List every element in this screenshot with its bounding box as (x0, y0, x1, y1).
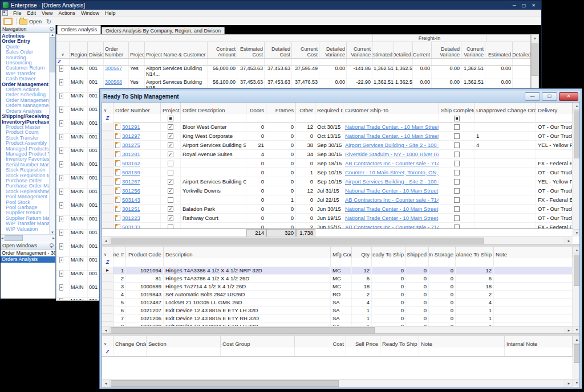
filter-cell-gutter[interactable]: Z (102, 114, 113, 122)
filter-cell-region[interactable] (70, 59, 88, 65)
project-checkbox[interactable] (168, 179, 173, 185)
expand-row-icon[interactable]: + (59, 134, 63, 140)
sidebar-item-pool-garbage[interactable]: Pool Garbage (1, 205, 49, 210)
column-header-ready-to-ship[interactable]: Ready To Ship (380, 336, 419, 348)
column-header-in-storage[interactable]: In Storage (429, 247, 456, 258)
project-checkbox[interactable] (168, 197, 173, 203)
ship-complete-checkbox[interactable] (454, 188, 460, 194)
dropdown-icon[interactable]: ∨ (104, 252, 107, 258)
order-number-link[interactable]: 301251 (122, 205, 140, 213)
navigation-vertical-scrollbar[interactable]: ▲ ▼ (49, 33, 55, 234)
sidebar-item-wip-valuation[interactable]: WIP Valuation (1, 227, 49, 232)
open-folder-icon[interactable] (19, 19, 27, 24)
column-header-current-variance[interactable]: Current Variance (347, 42, 372, 58)
menu-item-edit[interactable]: Edit (25, 10, 39, 16)
column-header-order-number[interactable]: Order Number (104, 42, 129, 58)
scroll-right-icon[interactable]: ► (565, 238, 573, 244)
filter-icon[interactable]: Z (106, 116, 110, 121)
expand-row-icon[interactable]: + (59, 66, 63, 72)
filter-icon[interactable]: Z (106, 349, 110, 354)
order-number-link[interactable]: 301291 (122, 123, 140, 131)
column-header-ship-complete[interactable]: Ship Complete (439, 103, 474, 114)
filter-cell-in-storage[interactable] (429, 258, 456, 267)
filter-cell-gutter[interactable]: Z (102, 348, 113, 356)
column-header-division[interactable]: Division (88, 42, 104, 58)
sidebar-item-stock-requisition[interactable]: Stock Requisition (1, 168, 49, 173)
column-header-fi-estimated[interactable]: Estimated (372, 42, 394, 58)
column-header-ready-to-ship[interactable]: Ready To Ship (372, 247, 406, 258)
order-number-link[interactable]: 300567 (105, 66, 122, 71)
menu-item-help[interactable]: Help (102, 10, 119, 16)
filter-cell-current-cost[interactable] (292, 59, 319, 65)
filter-cell-fi-detailed[interactable] (394, 59, 413, 65)
project-checkbox[interactable] (168, 142, 173, 148)
order-number-link[interactable]: 301256 (122, 187, 140, 195)
column-header-estimated-cost[interactable]: Estimated Cost (237, 42, 265, 58)
dropdown-icon[interactable]: ∨ (104, 341, 107, 347)
select-all-checkbox[interactable] (168, 116, 173, 121)
customer-ship-to-link[interactable]: National Trade Center - 10 Main Street,.… (345, 214, 439, 222)
rts-lines-horizontal-scrollbar[interactable]: ◄► (102, 326, 573, 334)
order-number-link[interactable]: 301275 (122, 141, 140, 149)
ship-complete-checkbox[interactable] (454, 161, 460, 166)
filter-cell-estimated-cost[interactable] (237, 59, 265, 65)
sidebar-item-customer-return[interactable]: Customer Return (1, 66, 49, 71)
sidebar-item-order-scheduling[interactable]: Order Scheduling (1, 92, 49, 97)
filter-cell-product-code[interactable] (126, 258, 164, 267)
scrollbar-thumb[interactable] (111, 238, 484, 244)
filter-cell-change-order[interactable] (113, 348, 147, 356)
customer-ship-to-link[interactable]: Counter - 10 Main Street, Toronto, ON, L… (345, 169, 439, 177)
column-header-detailed-cost[interactable]: Detailed Cost (265, 42, 292, 58)
column-header-internal-note[interactable]: Internal Note (505, 336, 573, 348)
scrollbar-thumb[interactable] (574, 255, 581, 286)
sidebar-item-managed-products-ma[interactable]: Managed Products Ma (1, 146, 49, 152)
navigation-horizontal-scrollbar[interactable]: ◄ ► (1, 234, 55, 242)
column-header-line-number[interactable]: Line # (113, 247, 126, 258)
project-checkbox[interactable] (168, 161, 173, 166)
filter-icon[interactable]: Z (58, 59, 61, 64)
scroll-right-icon[interactable]: ► (52, 236, 55, 240)
sidebar-item-wip-transfer[interactable]: WIP Transfer (1, 71, 49, 76)
sidebar-item-purchase-order[interactable]: Purchase Order (1, 178, 49, 183)
filter-cell-order-number[interactable] (104, 59, 129, 65)
column-header-note[interactable]: Note (494, 247, 573, 258)
project-checkbox[interactable] (168, 206, 173, 212)
filter-cell-delivery[interactable] (536, 114, 573, 122)
sidebar-item-stock-requisition-man[interactable]: Stock Requisition Man (1, 173, 49, 178)
filter-cell-cost[interactable] (295, 348, 346, 356)
sidebar-item-orders-management[interactable]: Orders Management (1, 103, 49, 108)
sidebar-item-pool-management[interactable]: Pool Management (1, 194, 49, 199)
column-header-qty[interactable]: Qty (352, 247, 372, 258)
column-header-gutter[interactable]: ∨ (56, 42, 70, 58)
sidebar-item-serial-number-manage[interactable]: Serial Number Manage (1, 162, 49, 168)
scroll-down-icon[interactable]: ▼ (573, 379, 580, 386)
filter-cell-gutter[interactable]: Z (56, 59, 70, 65)
scrollbar-thumb[interactable] (111, 380, 339, 387)
sidebar-item-inventory-favorites[interactable]: Inventory Favorites (1, 157, 49, 162)
sidebar-item-order-management[interactable]: Order Management (1, 98, 49, 103)
expand-row-icon[interactable]: + (59, 79, 63, 85)
scroll-right-icon[interactable]: ► (565, 327, 573, 334)
column-header-unapproved-change-orders[interactable]: Unapproved Change Orders (474, 103, 536, 114)
sidebar-item-quote[interactable]: Quote (1, 44, 49, 50)
filter-cell-customer-ship-to[interactable] (343, 114, 439, 122)
filter-cell-ready-to-ship[interactable] (380, 348, 419, 356)
sidebar-item-sourcing[interactable]: Sourcing (1, 55, 49, 60)
order-number-link[interactable]: 503143 (122, 196, 140, 204)
column-header-description[interactable]: Description (164, 247, 331, 258)
scroll-up-icon[interactable]: ▲ (532, 35, 538, 42)
column-header-fi-detailed-variance[interactable]: Detailed Variance (432, 42, 461, 58)
column-header-name[interactable]: Project Name & Customer (145, 42, 208, 58)
rts-change-orders-horizontal-scrollbar[interactable]: ◄► (102, 379, 573, 387)
customer-ship-to-link[interactable]: AB Contractors Inc - Counter sale - 7145… (345, 223, 439, 229)
filter-cell-project[interactable] (129, 59, 145, 65)
order-number-link[interactable]: 503159 (122, 169, 140, 177)
filter-cell-ready-to-ship[interactable] (372, 258, 406, 267)
expand-row-icon[interactable]: + (59, 271, 63, 277)
menu-item-window[interactable]: Window (78, 10, 102, 16)
sidebar-item-wip-transfer-manage[interactable]: WIP Transfer Manage (1, 221, 49, 226)
minimize-icon[interactable]: ─ (513, 3, 516, 8)
ship-complete-checkbox[interactable] (454, 179, 460, 185)
sidebar-item-pool-stock[interactable]: Pool Stock (1, 200, 49, 205)
customer-ship-to-link[interactable]: Riverside Staduim - NY - 1000 River Roa.… (345, 150, 439, 158)
